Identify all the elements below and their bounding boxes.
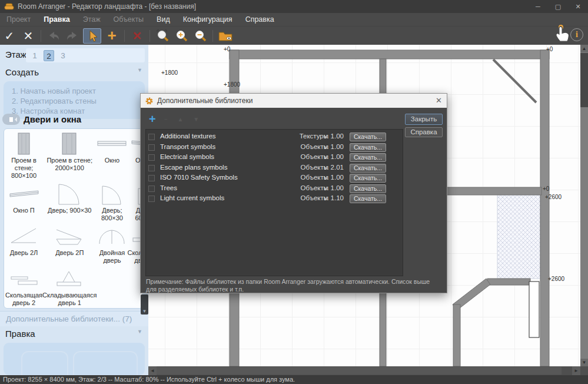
library-row[interactable]: ISO 7010 Safety Symbols Объекты v. 1.00 … [146, 173, 403, 183]
create-step-1[interactable]: 1. Начать новый проект [12, 86, 145, 96]
sidebar-scrollbar-thumb[interactable]: ▼ [141, 294, 148, 315]
door-arc-icon [97, 183, 127, 205]
library-row[interactable]: Additional textures Текстуры v. 1.00 Ска… [146, 132, 403, 142]
horizontal-scrollbar-thumb[interactable] [157, 367, 562, 375]
title-bar[interactable]: Room Arranger - Редактор ландшафта - [бе… [0, 0, 588, 13]
door-item[interactable]: Двойная дверь [97, 225, 127, 264]
menu-floor[interactable]: Этаж [77, 13, 107, 27]
dialog-title-bar[interactable]: Дополнительные библиотеки ✕ [141, 94, 447, 108]
menu-objects[interactable]: Объекты [107, 13, 151, 27]
zoom-in-icon[interactable] [172, 28, 191, 44]
floor-selector: Этаж 1 2 3 [0, 47, 148, 64]
vertical-scrollbar[interactable]: ▲ ▼ [580, 45, 588, 366]
menu-help[interactable]: Справка [239, 13, 281, 27]
library-checkbox[interactable] [148, 175, 155, 181]
library-row[interactable]: Escape plans symbols Объекты v. 2.01 Ска… [146, 163, 403, 173]
edit-section-title[interactable]: Правка [5, 329, 35, 339]
cancel-icon[interactable]: ✕ [19, 28, 38, 44]
create-step-2[interactable]: 2. Редактировать стены [12, 96, 145, 106]
library-checkbox[interactable] [148, 134, 155, 140]
door-item[interactable]: Окно [97, 133, 127, 180]
toolbar-separator [124, 30, 125, 42]
status-text: Проект: 8255 × 8400 мм, Этаж: 2/3 -- Мас… [3, 376, 295, 383]
scroll-up-icon[interactable]: ▲ [580, 45, 588, 52]
library-name: Additional textures [160, 133, 216, 140]
zoom-fit-icon[interactable] [153, 28, 172, 44]
door-item[interactable]: Проем в стене; 2000×100 [42, 133, 97, 180]
doors-section-title[interactable]: Двери и окна [24, 114, 81, 124]
confirm-icon[interactable]: ✓ [0, 28, 19, 44]
door-item[interactable]: Окно П [5, 183, 42, 222]
zoom-out-icon[interactable] [191, 28, 210, 44]
door-item[interactable]: Дверь 2Л [5, 225, 42, 264]
add-library-icon[interactable]: + [149, 112, 156, 126]
menu-project[interactable]: Проект [0, 13, 37, 27]
open-door-symbol [529, 282, 539, 337]
dialog-close-button[interactable]: Закрыть [405, 114, 443, 125]
scroll-down-icon[interactable]: ▼ [580, 359, 588, 366]
undo-icon[interactable] [44, 28, 63, 44]
library-name: Electrical symbols [160, 153, 214, 160]
horizontal-scrollbar[interactable]: ◄ ► [148, 366, 580, 375]
info-icon[interactable]: i [570, 28, 583, 41]
download-button[interactable]: Скачать... [350, 164, 386, 173]
download-button[interactable]: Скачать... [350, 194, 386, 203]
door-item[interactable]: Скользящая дверь 2 [5, 267, 42, 307]
menu-view[interactable]: Вид [150, 13, 177, 27]
menu-edit[interactable]: Правка [37, 13, 76, 27]
door-item[interactable]: Дверь 2П [42, 225, 97, 264]
floor-tab-1[interactable]: 1 [29, 50, 40, 61]
door-item[interactable]: Складывающаяся дверь 1 [42, 267, 97, 307]
library-version: v. 1.00 [314, 184, 344, 191]
door-item[interactable]: Дверь; 900×30 [42, 183, 97, 222]
additional-libraries-link[interactable]: Дополнительные библиотеки... (7) [0, 311, 148, 326]
scroll-right-icon[interactable]: ► [572, 366, 580, 375]
door-item[interactable]: Проем в стене; 800×100 [5, 133, 42, 180]
library-row[interactable]: Transport symbols Объекты v. 1.00 Скачат… [146, 143, 403, 153]
library-checkbox[interactable] [148, 196, 155, 202]
menu-config[interactable]: Конфигурация [177, 13, 239, 27]
delete-icon[interactable]: ✕ [128, 28, 147, 44]
scroll-left-icon[interactable]: ◄ [148, 366, 157, 375]
download-button[interactable]: Скачать... [350, 153, 386, 162]
minimize-button[interactable]: ─ [528, 0, 548, 13]
dialog-help-button[interactable]: Справка [405, 127, 443, 137]
dimension-marker: +2600 [548, 276, 564, 282]
window-icon [9, 183, 39, 205]
edit-panel [4, 343, 145, 375]
library-row[interactable]: Trees Объекты v. 1.00 Скачать... [146, 184, 403, 194]
library-checkbox[interactable] [148, 165, 155, 171]
menu-bar: Проект Правка Этаж Объекты Вид Конфигура… [0, 13, 588, 27]
library-checkbox[interactable] [148, 144, 155, 151]
wall-opening-icon [9, 133, 39, 155]
download-button[interactable]: Скачать... [350, 184, 386, 193]
status-bar: Проект: 8255 × 8400 мм, Этаж: 2/3 -- Мас… [0, 375, 588, 384]
redo-icon[interactable] [63, 28, 82, 44]
create-section-title[interactable]: Создать [5, 67, 39, 77]
vertical-scrollbar-thumb[interactable] [580, 53, 588, 107]
floor-tab-3[interactable]: 3 [58, 50, 68, 61]
app-icon [4, 3, 14, 11]
maximize-button[interactable]: ▢ [548, 0, 568, 13]
dialog-title: Дополнительные библиотеки [157, 97, 253, 105]
library-name: Escape plans symbols [160, 164, 227, 171]
download-button[interactable]: Скачать... [350, 133, 386, 141]
chevron-down-icon[interactable]: ▼ [137, 329, 142, 335]
floor-tab-2[interactable]: 2 [44, 50, 54, 61]
create-panel: 1. Начать новый проект 2. Редактировать … [4, 81, 145, 119]
download-button[interactable]: Скачать... [350, 143, 386, 152]
library-checkbox[interactable] [148, 154, 155, 161]
chevron-down-icon[interactable]: ▼ [137, 67, 142, 73]
add-object-icon[interactable]: + [102, 28, 121, 44]
door-item[interactable]: Дверь; 800×30 [97, 183, 127, 222]
dimension-marker: +0 [543, 186, 549, 192]
dialog-close-icon[interactable]: ✕ [436, 94, 442, 108]
library-row[interactable]: Electrical symbols Объекты v. 1.00 Скача… [146, 153, 403, 163]
library-row[interactable]: Light current symbols Объекты v. 1.10 Ск… [146, 194, 403, 204]
close-button[interactable]: ✕ [568, 0, 588, 13]
pointer-tool-icon[interactable] [83, 28, 101, 44]
toolbar-separator [150, 30, 150, 42]
download-button[interactable]: Скачать... [350, 174, 386, 183]
library-folder-icon[interactable] [216, 28, 235, 44]
library-checkbox[interactable] [148, 186, 155, 192]
